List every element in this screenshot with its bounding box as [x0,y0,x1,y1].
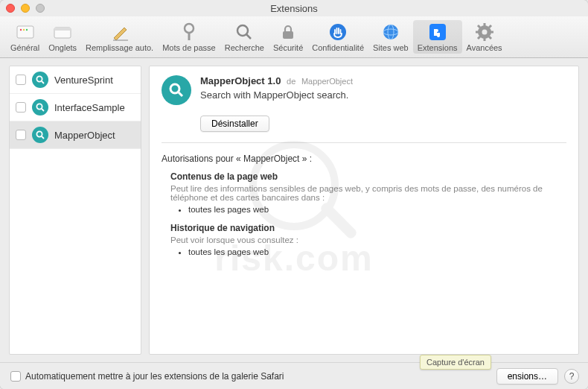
svg-line-32 [42,136,44,139]
general-icon [15,22,36,42]
help-button[interactable]: ? [564,369,579,384]
footer-right: ensions… ? [496,368,579,385]
permission-bullets: toutes les pages web [188,205,566,214]
permission-section-history: Historique de navigation Peut voir lorsq… [170,223,566,256]
checkbox[interactable] [16,130,26,140]
tab-label: Onglets [48,43,77,52]
tab-label: Recherche [225,43,264,52]
tab-advanced[interactable]: Avancées [462,20,507,54]
extension-detail: MapperObject 1.0 de MapperObject Search … [149,66,579,355]
sidebar-item-label: InterfaceSample [54,102,125,113]
svg-line-26 [478,37,480,39]
tab-label: Sécurité [273,43,303,52]
tab-websites[interactable]: Sites web [368,20,413,54]
extension-name: MapperObject [200,75,265,86]
svg-point-3 [25,29,27,31]
extension-version: 1.0 [267,75,281,86]
svg-line-25 [489,25,491,28]
auto-update-checkbox[interactable]: Automatiquement mettre à jour les extens… [10,371,284,382]
svg-rect-16 [429,24,446,40]
extension-author: MapperObject [301,77,353,86]
extension-description: Search with MapperObject search. [200,89,353,101]
sidebar-item-mapperobject[interactable]: MapperObject [10,121,141,149]
tab-label: Mots de passe [162,43,216,52]
svg-point-7 [185,24,194,33]
tab-label: Confidentialité [312,43,364,52]
svg-point-13 [383,25,398,39]
window: Extensions Général Onglets Remplissage a… [0,0,588,389]
tab-label: Extensions [418,43,458,52]
uninstall-button[interactable]: Désinstaller [200,116,269,132]
tabs-icon [52,22,73,42]
magnifier-icon [234,22,255,42]
svg-rect-8 [188,32,190,40]
magnifier-icon [32,72,48,88]
svg-point-33 [170,84,179,93]
svg-point-18 [482,30,487,35]
permission-desc: Peut voir lorsque vous consultez : [170,235,566,244]
tab-security[interactable]: Sécurité [269,20,307,54]
tab-search[interactable]: Recherche [220,20,269,54]
tab-label: Général [10,43,39,52]
svg-point-27 [36,76,42,81]
extensions-sidebar: VentureSprint InterfaceSample MapperObje… [9,66,141,355]
permission-bullet: toutes les pages web [188,247,566,256]
checkbox[interactable] [10,371,21,382]
tab-privacy[interactable]: Confidentialité [307,20,368,54]
puzzle-icon [427,22,448,42]
preferences-toolbar: Général Onglets Remplissage auto. Mots d… [0,16,588,58]
tab-label: Remplissage auto. [86,43,153,52]
tab-onglets[interactable]: Onglets [44,20,81,54]
uninstall-row: Désinstaller [162,116,566,132]
sidebar-item-venturesprint[interactable]: VentureSprint [10,66,141,94]
permission-desc: Peut lire des informations sensibles de … [170,184,566,202]
svg-line-28 [42,81,44,83]
svg-line-24 [489,37,491,39]
svg-point-31 [36,131,42,136]
svg-point-2 [22,29,24,31]
tab-passwords[interactable]: Mots de passe [158,20,220,54]
sidebar-item-label: VentureSprint [54,75,113,86]
permission-bullet: toutes les pages web [188,205,566,214]
lock-icon [278,22,298,42]
permissions-heading: Autorisations pour « MapperObject » : [162,154,566,164]
extension-title-row: MapperObject 1.0 de MapperObject [200,75,353,86]
svg-line-34 [179,92,182,96]
magnifier-icon [32,99,48,116]
magnifier-icon [162,75,191,105]
tab-general[interactable]: Général [6,20,44,54]
svg-point-9 [237,25,248,36]
svg-line-30 [42,109,44,111]
checkbox[interactable] [16,102,26,113]
globe-icon [380,22,401,42]
checkbox[interactable] [16,75,26,85]
svg-point-1 [19,29,21,31]
tab-label: Sites web [373,43,409,52]
titlebar: Extensions [0,0,588,16]
svg-point-29 [36,104,42,109]
extension-header: MapperObject 1.0 de MapperObject Search … [162,75,566,105]
divider [162,142,566,143]
sidebar-item-label: MapperObject [54,130,115,141]
svg-rect-5 [54,28,71,31]
gear-icon [474,22,495,42]
svg-line-23 [478,25,480,28]
tab-label: Avancées [467,43,502,52]
sidebar-item-interfacesample[interactable]: InterfaceSample [10,94,141,121]
permission-title: Historique de navigation [170,223,566,233]
tab-extensions[interactable]: Extensions [413,20,462,54]
permission-title: Contenus de la page web [170,171,566,182]
auto-update-label: Automatiquement mettre à jour les extens… [25,371,284,382]
tab-autofill[interactable]: Remplissage auto. [81,20,158,54]
svg-rect-11 [283,31,293,39]
autofill-pencil-icon [109,22,130,42]
window-title: Extensions [0,3,588,14]
svg-rect-0 [17,26,33,38]
permission-bullets: toutes les pages web [188,247,566,256]
hand-icon [327,22,348,42]
extension-by-prefix: de [287,77,295,86]
permission-section-webcontent: Contenus de la page web Peut lire des in… [170,171,566,214]
more-extensions-button[interactable]: ensions… [496,368,558,385]
key-icon [179,22,199,42]
footer: Automatiquement mettre à jour les extens… [0,362,588,389]
